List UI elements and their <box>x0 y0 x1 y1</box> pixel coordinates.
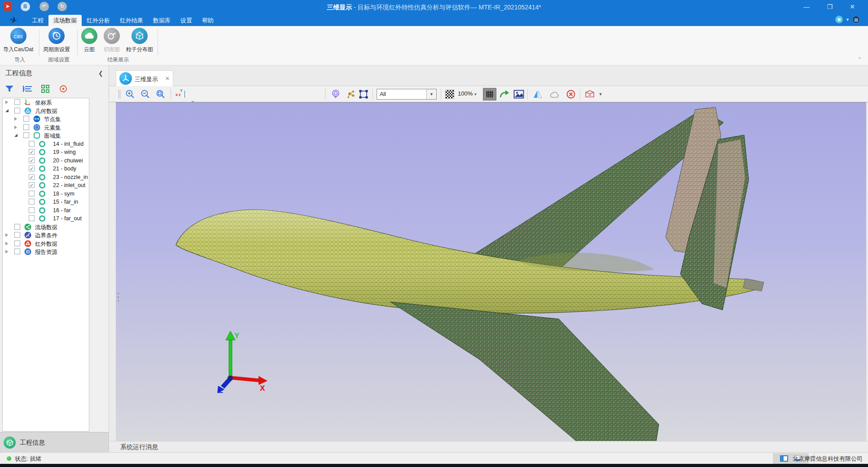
tree-item-22-inlet_out[interactable]: ✓22 - inlet_out <box>3 181 89 190</box>
probe-pin-icon[interactable] <box>329 88 342 100</box>
cloud-outline-icon[interactable] <box>548 88 562 100</box>
zoom-in-icon[interactable] <box>124 88 136 100</box>
tree-item-报告资源[interactable]: 报告资源 <box>3 248 89 256</box>
export-arrow-icon[interactable] <box>498 88 511 100</box>
molecule-icon[interactable] <box>345 88 357 100</box>
expander-closed-icon[interactable] <box>5 250 8 253</box>
visibility-checkbox[interactable] <box>29 141 35 147</box>
tree-item-14-int_fluid[interactable]: 14 - int_fluid <box>3 140 89 148</box>
visibility-checkbox[interactable]: ✓ <box>29 149 35 155</box>
visibility-checkbox[interactable]: ✓ <box>29 182 35 188</box>
dropdown-caret-icon[interactable]: ▼ <box>846 17 850 22</box>
close-button[interactable]: ✕ <box>846 3 859 12</box>
maximize-button[interactable]: ❐ <box>823 3 837 12</box>
minimize-button[interactable]: — <box>800 3 813 12</box>
visibility-checkbox[interactable]: ✓ <box>29 157 35 163</box>
zoom-fit-icon[interactable] <box>154 88 167 100</box>
flow-data-icon <box>24 223 31 231</box>
tree-item-16-far[interactable]: 16 - far <box>3 206 89 215</box>
mirror-icon[interactable] <box>531 88 544 100</box>
panel-splitter-handle[interactable] <box>117 293 119 308</box>
tree-item-几何数据[interactable]: 几何数据 <box>3 107 89 115</box>
zoom-level-dropdown[interactable]: 100% ▾ <box>458 90 476 97</box>
tree-item-坐标系[interactable]: Yx坐标系 <box>3 98 89 107</box>
tree-item-17-far_out[interactable]: 17 - far_out <box>3 214 89 223</box>
expander-closed-icon[interactable] <box>14 117 17 121</box>
filter-icon[interactable] <box>4 83 15 94</box>
ribbon-collapse-icon[interactable]: ⌃ <box>858 57 862 62</box>
visibility-checkbox[interactable] <box>29 191 35 196</box>
expander-open-icon[interactable] <box>5 109 9 112</box>
visibility-checkbox[interactable] <box>14 232 20 238</box>
toolbar-drag-handle[interactable] <box>118 90 120 99</box>
menu-item-1[interactable]: 流场数据 <box>48 15 82 26</box>
close-icon[interactable]: ✕ <box>165 75 170 82</box>
tab-3d-view[interactable]: 三维显示 ✕ <box>116 70 173 86</box>
tree-item-19-wing[interactable]: ✓19 - wing <box>3 148 89 157</box>
visibility-checkbox[interactable] <box>29 207 35 213</box>
expander-closed-icon[interactable] <box>5 242 8 245</box>
theme-icon[interactable]: ▣ <box>835 16 843 23</box>
tree-item-面域集[interactable]: 面域集 <box>3 131 89 140</box>
import-cas-dat-button[interactable]: cas 导入Cas/Dat <box>0 28 36 53</box>
menu-item-5[interactable]: 设置 <box>175 15 197 26</box>
tree-item-15-far_in[interactable]: 15 - far_in <box>3 198 89 206</box>
view-orientation-icon-1[interactable]: xzY <box>174 88 186 100</box>
tree-item-21-body[interactable]: ✓21 - body <box>3 165 89 173</box>
menu-item-3[interactable]: 红外结果 <box>115 15 148 26</box>
menu-item-6[interactable]: 帮助 <box>197 15 219 26</box>
dropdown-caret-icon[interactable]: ▼ <box>597 88 604 100</box>
periodic-face-button[interactable]: 周期面设置 <box>40 28 73 53</box>
box-select-icon[interactable] <box>357 88 370 100</box>
visibility-checkbox[interactable] <box>23 124 29 130</box>
visibility-checkbox[interactable] <box>14 108 20 113</box>
menu-item-0[interactable]: 工程 <box>27 15 48 26</box>
halftone-icon[interactable] <box>445 90 454 99</box>
tree-item-流场数据[interactable]: 流场数据 <box>3 223 89 231</box>
tree-item-label: 19 - wing <box>53 149 76 155</box>
zoom-out-icon[interactable] <box>139 88 152 100</box>
panel-layout-left-icon[interactable] <box>780 455 788 462</box>
menu-item-4[interactable]: 数据库 <box>148 15 175 26</box>
tree-item-节点集[interactable]: 节点集 <box>3 115 89 123</box>
panel-footer[interactable]: 工程信息 <box>0 432 109 452</box>
tree-item-红外数据[interactable]: 红外数据 <box>3 240 89 248</box>
tree-item-元素集[interactable]: 元素集 <box>3 123 89 132</box>
locate-target-icon[interactable] <box>57 83 69 94</box>
particle-distribution-button[interactable]: 粒子分布图 <box>123 28 156 53</box>
expander-closed-icon[interactable] <box>5 100 8 104</box>
chevron-down-icon[interactable]: ▼ <box>426 89 436 99</box>
visibility-checkbox[interactable] <box>14 224 20 230</box>
menu-item-2[interactable]: 红外分析 <box>82 15 115 26</box>
slice-plane-button[interactable]: 切面图 <box>101 28 123 53</box>
display-filter-select[interactable]: All ▼ <box>377 89 437 100</box>
grid-view-icon[interactable] <box>39 83 51 94</box>
visibility-checkbox[interactable] <box>14 99 20 105</box>
expander-closed-icon[interactable] <box>5 233 8 237</box>
visibility-checkbox[interactable]: ✓ <box>29 166 35 171</box>
visibility-checkbox[interactable] <box>29 215 35 221</box>
visibility-checkbox[interactable] <box>14 240 20 246</box>
snapshot-icon[interactable] <box>513 88 525 100</box>
manual-icon[interactable]: ▤ <box>852 16 860 23</box>
visibility-checkbox[interactable] <box>29 199 35 205</box>
visibility-checkbox[interactable] <box>23 132 29 138</box>
project-info-panel: 工程信息 ❮ Yx坐标系几何数据节点集元素集面域集14 - int_fluid✓… <box>0 65 109 452</box>
grid-icon[interactable] <box>483 88 496 100</box>
viewport-3d[interactable]: Y X Z <box>116 102 866 441</box>
package-icon[interactable] <box>583 88 596 100</box>
tree-item-20-chuiwei[interactable]: ✓20 - chuiwei <box>3 157 89 165</box>
visibility-checkbox[interactable] <box>23 116 29 122</box>
visibility-checkbox[interactable]: ✓ <box>29 174 35 180</box>
ribbon-group-results: 云图 切面图 粒子分布图 结果展示 <box>78 26 158 65</box>
tree-item-18-sym[interactable]: 18 - sym <box>3 190 89 198</box>
tree-item-边界条件[interactable]: 边界条件 <box>3 231 89 240</box>
expander-closed-icon[interactable] <box>14 126 17 129</box>
visibility-checkbox[interactable] <box>14 249 20 254</box>
outline-list-icon[interactable] <box>22 83 33 94</box>
delete-icon[interactable] <box>565 88 577 100</box>
chevron-left-icon[interactable]: ❮ <box>98 70 103 77</box>
tree-item-23-nozzle_in[interactable]: ✓23 - nozzle_in <box>3 173 89 182</box>
contour-cloud-button[interactable]: 云图 <box>78 28 101 53</box>
expander-open-icon[interactable] <box>14 134 18 137</box>
